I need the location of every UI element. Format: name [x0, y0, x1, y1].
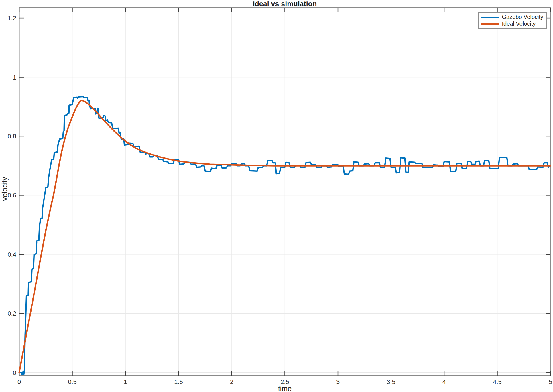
plot-area: 00.511.522.533.544.5500.20.40.60.811.2 — [0, 0, 553, 392]
y-axis-label: velocity — [1, 177, 9, 201]
legend: Gazebo Velocity Ideal Velocity — [478, 12, 547, 29]
ideal-velocity-line-swatch — [481, 23, 499, 25]
legend-item-ideal-velocity: Ideal Velocity — [481, 21, 543, 27]
y-tick-label: 1.2 — [7, 15, 16, 22]
figure: ideal vs simulation 00.511.522.533.544.5… — [0, 0, 553, 392]
y-tick-label: 0.8 — [7, 133, 16, 140]
gazebo-velocity-line-swatch — [481, 17, 499, 18]
legend-item-gazebo-velocity: Gazebo Velocity — [481, 14, 543, 20]
y-tick-label: 0 — [13, 369, 16, 376]
legend-label: Ideal Velocity — [502, 21, 536, 27]
x-axis-label: time — [19, 385, 550, 392]
y-tick-label: 0.2 — [7, 310, 16, 317]
y-tick-label: 0.4 — [7, 251, 16, 258]
y-tick-label: 0.6 — [7, 192, 16, 199]
y-tick-label: 1 — [13, 74, 16, 81]
legend-label: Gazebo Velocity — [502, 14, 543, 20]
